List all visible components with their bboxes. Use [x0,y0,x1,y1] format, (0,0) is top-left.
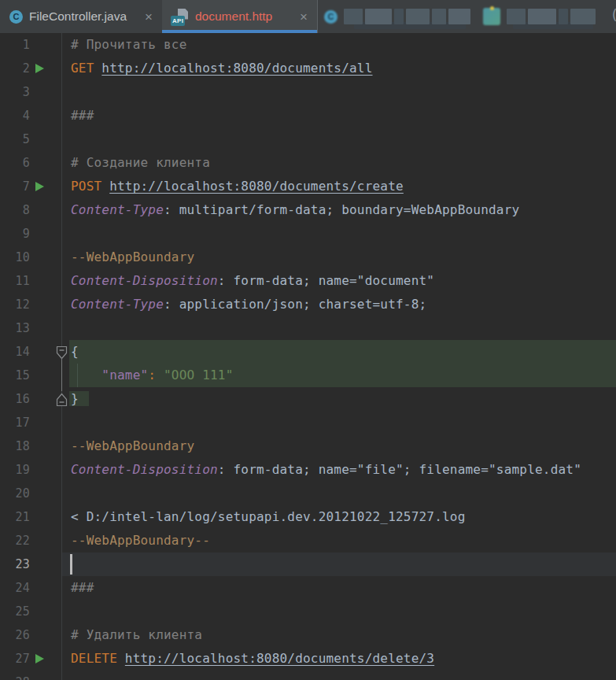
line-number: 20 [0,482,30,505]
gutter-run-area [30,434,61,458]
code-line-9[interactable]: 9 [0,222,616,246]
fold-marker-end-icon[interactable] [55,391,68,415]
tab-redacted-2[interactable] [477,0,604,33]
gutter: 24 [0,576,61,600]
line-number: 24 [0,576,30,600]
code-content [61,316,616,340]
code-line-12[interactable]: 12Content-Type: application/json; charse… [0,293,616,316]
code-line-20[interactable]: 20 [0,482,616,505]
tab-document-http[interactable]: API document.http × [162,0,317,33]
class-icon: C [324,10,338,24]
code-line-8[interactable]: 8Content-Type: multipart/form-data; boun… [0,198,616,222]
token-h: Content-Disposition [71,462,218,477]
code-content: DELETE http://localhost:8080/documents/d… [61,647,616,671]
tab-filecontroller-java[interactable]: C FileController.java × [0,0,162,33]
code-line-18[interactable]: 18--WebAppBoundary [0,434,616,458]
gutter: 16 [0,387,61,411]
ide-window: C FileController.java × API document.htt… [0,0,616,680]
code-line-10[interactable]: 10--WebAppBoundary [0,246,616,269]
gutter: 14 [0,340,61,364]
token-h: Content-Type [71,297,164,312]
redacted-text-block [528,9,556,24]
close-icon[interactable]: × [300,10,308,24]
indent-guide [77,364,78,387]
line-number: 4 [0,104,30,128]
gutter-run-area [30,175,61,198]
code-line-27[interactable]: 27DELETE http://localhost:8080/documents… [0,647,616,671]
editor[interactable]: 1# Прочитать все2GET http://localhost:80… [0,33,616,680]
code-line-25[interactable]: 25 [0,600,616,623]
code-line-13[interactable]: 13 [0,316,616,340]
code-line-14[interactable]: 14{ [0,340,616,364]
gutter-run-area [30,33,61,57]
gutter: 12 [0,293,61,316]
close-icon[interactable]: × [145,10,153,24]
code-line-6[interactable]: 6# Создание клиента [0,151,616,175]
code-line-2[interactable]: 2GET http://localhost:8080/documents/all [0,57,616,80]
line-number: 8 [0,198,30,222]
code-line-23[interactable]: 23 [0,552,616,576]
code-line-16[interactable]: 16} [0,387,616,411]
line-number: 14 [0,340,30,364]
code-line-17[interactable]: 17 [0,411,616,434]
code-content [61,222,616,246]
code-line-11[interactable]: 11Content-Disposition: form-data; name="… [0,269,616,293]
gutter-run-area [30,246,61,269]
redacted-text-block [570,9,596,24]
code-line-1[interactable]: 1# Прочитать все [0,33,616,57]
run-request-button[interactable] [35,64,44,73]
code-line-22[interactable]: 22--WebAppBoundary-- [0,529,616,552]
code-content [61,482,616,505]
token-b: --WebAppBoundary-- [71,533,210,548]
line-number: 13 [0,316,30,340]
code-line-15[interactable]: 15 "name": "ООО 111" [0,364,616,387]
code-content: # Прочитать все [61,33,616,57]
gutter: 4 [0,104,61,128]
code-content: # Удалить клиента [61,623,616,647]
gutter: 28 [0,671,61,680]
token-k: POST [71,179,101,194]
token-k: DELETE [71,651,117,666]
run-request-button[interactable] [35,182,44,191]
token-t: : application/json; charset=utf-8; [164,297,426,312]
gutter-run-area [30,505,61,529]
token-b: --WebAppBoundary [71,438,194,453]
code-line-3[interactable]: 3 [0,80,616,104]
line-number: 28 [0,671,30,680]
token-k: GET [71,61,94,76]
tab-redacted-1[interactable]: C [317,0,477,33]
code-line-19[interactable]: 19Content-Disposition: form-data; name="… [0,458,616,482]
code-content: POST http://localhost:8080/documents/cre… [61,175,616,198]
clipped-tab-icon: ( [610,7,616,23]
token-c: # Создание клиента [71,155,210,170]
line-number: 21 [0,505,30,529]
gutter-run-area [30,222,61,246]
gutter: 9 [0,222,61,246]
code-line-21[interactable]: 21< D:/intel-lan/log/setupapi.dev.201210… [0,505,616,529]
code-line-5[interactable]: 5 [0,128,616,151]
gutter-run-area [30,671,61,680]
gutter-run-area [30,482,61,505]
injected-fragment-highlight: } [69,391,89,406]
line-number: 6 [0,151,30,175]
redacted-text-block [406,9,430,24]
gutter-run-area [30,600,61,623]
line-number: 3 [0,80,30,104]
tab-bar: C FileController.java × API document.htt… [0,0,616,33]
gutter: 8 [0,198,61,222]
redacted-text-block [394,9,404,24]
line-number: 16 [0,387,30,411]
code-content: { [61,340,616,364]
line-number: 27 [0,647,30,671]
gutter-run-area [30,529,61,552]
line-number: 18 [0,434,30,458]
code-line-26[interactable]: 26# Удалить клиента [0,623,616,647]
code-line-24[interactable]: 24### [0,576,616,600]
gutter: 3 [0,80,61,104]
code-line-28[interactable]: 28 [0,671,616,680]
run-request-button[interactable] [35,654,44,663]
redacted-text-block [448,9,470,24]
redacted-text-block [344,9,363,24]
code-line-4[interactable]: 4### [0,104,616,128]
code-line-7[interactable]: 7POST http://localhost:8080/documents/cr… [0,175,616,198]
